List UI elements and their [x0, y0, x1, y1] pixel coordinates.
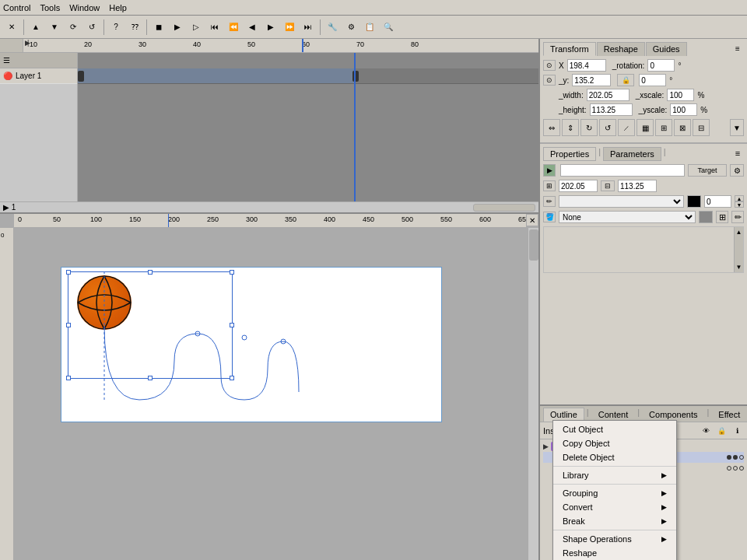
reset-btn[interactable]: ⊟ [693, 119, 710, 136]
stroke-down-btn[interactable]: ▼ [735, 201, 744, 208]
width-input[interactable] [587, 89, 630, 101]
rotate-cw-btn[interactable]: ↻ [580, 119, 598, 136]
flip-h-btn[interactable]: ⇔ [543, 119, 560, 136]
toolbar-fast-forward[interactable]: ⏩ [281, 19, 298, 36]
xscale-input[interactable] [667, 89, 694, 101]
timeline-scrollbar[interactable] [473, 204, 535, 212]
toolbar-undo[interactable]: ↺ [83, 19, 100, 36]
distribute-btn[interactable]: ⊞ [655, 119, 672, 136]
sub-dot1 [727, 466, 731, 471]
h-ruler-350: 350 [285, 215, 296, 223]
props-lock-btn[interactable]: ⊟ [601, 180, 615, 191]
rotation-input[interactable] [647, 59, 675, 72]
toolbar-step-fwd[interactable]: ⏭ [300, 19, 317, 36]
rotate-ccw-btn[interactable]: ↺ [599, 119, 616, 136]
ctx-copy[interactable]: Copy Object [553, 436, 676, 450]
tab-reshape[interactable]: Reshape [597, 42, 645, 56]
toolbar-tool1[interactable]: 🔧 [324, 19, 341, 36]
lock-icon[interactable]: 🔒 [617, 74, 634, 86]
stroke-color-swatch[interactable] [687, 195, 701, 208]
tab-guides[interactable]: Guides [646, 42, 687, 56]
svg-point-2 [242, 335, 247, 340]
fill-icon: 🪣 [543, 212, 556, 222]
text-scrollbar[interactable]: ▲ ▼ [734, 227, 743, 272]
panel-scroll-btn[interactable]: ▼ [730, 119, 744, 136]
height-input[interactable] [590, 103, 633, 116]
ctx-library[interactable]: Library ▶ [553, 468, 676, 482]
ctx-grouping[interactable]: Grouping ▶ [553, 486, 676, 500]
fill-options-btn[interactable]: ⊞ [716, 211, 728, 223]
playhead-line[interactable] [354, 53, 356, 201]
ctx-convert[interactable]: Convert ▶ [553, 500, 676, 514]
ctx-break[interactable]: Break ▶ [553, 514, 676, 528]
stroke-select[interactable] [559, 195, 684, 208]
tab-properties[interactable]: Properties [543, 147, 596, 161]
text-scroll-down[interactable]: ▼ [736, 264, 742, 271]
align-btn[interactable]: ▦ [637, 119, 654, 136]
toolbar-step-back[interactable]: ⏮ [206, 19, 223, 36]
ctx-delete[interactable]: Delete Object [553, 450, 676, 464]
menu-control[interactable]: Control [3, 3, 30, 12]
transform-y-row: ⊙ _y: 🔒 ° [543, 74, 744, 86]
outline-eye-btn[interactable]: 👁 [699, 424, 713, 438]
toolbar-next[interactable]: ▶ [262, 19, 279, 36]
props-width-input[interactable] [559, 180, 598, 192]
skew-input[interactable] [639, 74, 666, 86]
toolbar-tool2[interactable]: ⚙ [342, 19, 359, 36]
playhead[interactable] [302, 39, 303, 52]
ctx-reshape[interactable]: Reshape [553, 546, 676, 560]
canvas-area [61, 267, 442, 422]
toolbar-rewind[interactable]: ⏪ [225, 19, 242, 36]
tab-transform[interactable]: Transform [543, 42, 596, 56]
menu-window[interactable]: Window [69, 3, 100, 12]
h-ruler-550: 550 [440, 215, 452, 223]
h-ruler-250: 250 [207, 215, 219, 223]
toolbar-help[interactable]: ? [107, 19, 124, 36]
toolbar-refresh[interactable]: ⟳ [65, 19, 82, 36]
toolbar-question[interactable]: ⁇ [126, 19, 143, 36]
instance-name-input[interactable] [560, 164, 685, 177]
outline-lock-btn[interactable]: 🔒 [714, 424, 728, 438]
ctx-cut[interactable]: Cut Object [553, 422, 676, 436]
props-height-input[interactable] [618, 180, 657, 192]
menu-help[interactable]: Help [109, 3, 127, 12]
fill-color-swatch[interactable] [699, 211, 713, 223]
stroke-width-input[interactable] [704, 195, 731, 208]
tab-parameters[interactable]: Parameters [603, 147, 661, 161]
fit-btn[interactable]: ⊠ [674, 119, 691, 136]
menu-tools[interactable]: Tools [40, 3, 60, 12]
v-scrollbar-thumb[interactable] [529, 229, 538, 261]
motion-path [61, 268, 441, 422]
x-input[interactable] [567, 59, 606, 72]
toolbar-stop[interactable]: ◼ [150, 19, 167, 36]
ruler-80: 80 [411, 40, 419, 48]
toolbar-tool4[interactable]: 🔍 [380, 19, 397, 36]
toolbar-prev[interactable]: ◀ [244, 19, 261, 36]
panel-options-btn[interactable]: ≡ [731, 42, 744, 54]
toolbar-debug[interactable]: ▷ [188, 19, 205, 36]
stage-close-btn[interactable]: ✕ [526, 214, 538, 226]
timeline-frames [78, 53, 538, 201]
stroke-spinner[interactable]: ▲ ▼ [735, 195, 744, 208]
flip-v-btn[interactable]: ⇕ [562, 119, 579, 136]
stage[interactable] [14, 228, 528, 560]
text-scroll-up[interactable]: ▲ [736, 229, 742, 236]
stroke-up-btn[interactable]: ▲ [735, 195, 744, 201]
tab-effect[interactable]: Effect [711, 408, 747, 422]
props-expand-btn[interactable]: ⚙ [730, 164, 744, 177]
fill-select[interactable]: None [559, 211, 696, 223]
toolbar-up[interactable]: ▲ [27, 19, 44, 36]
skew-btn[interactable]: ⟋ [618, 119, 635, 136]
toolbar-close[interactable]: ✕ [3, 19, 20, 36]
yscale-input[interactable] [670, 103, 697, 116]
ctx-shape-ops[interactable]: Shape Operations ▶ [553, 532, 676, 546]
y-input[interactable] [572, 74, 611, 86]
v-scrollbar[interactable] [528, 228, 538, 560]
toolbar-tool3[interactable]: 📋 [361, 19, 378, 36]
props-options-btn[interactable]: ≡ [731, 147, 744, 159]
toolbar-play[interactable]: ▶ [169, 19, 186, 36]
outline-info-btn[interactable]: ℹ [730, 424, 744, 438]
toolbar-down[interactable]: ▼ [46, 19, 63, 36]
fill-edit-btn[interactable]: ✏ [731, 211, 744, 223]
layer-1[interactable]: 🔴 Layer 1 [0, 68, 77, 84]
